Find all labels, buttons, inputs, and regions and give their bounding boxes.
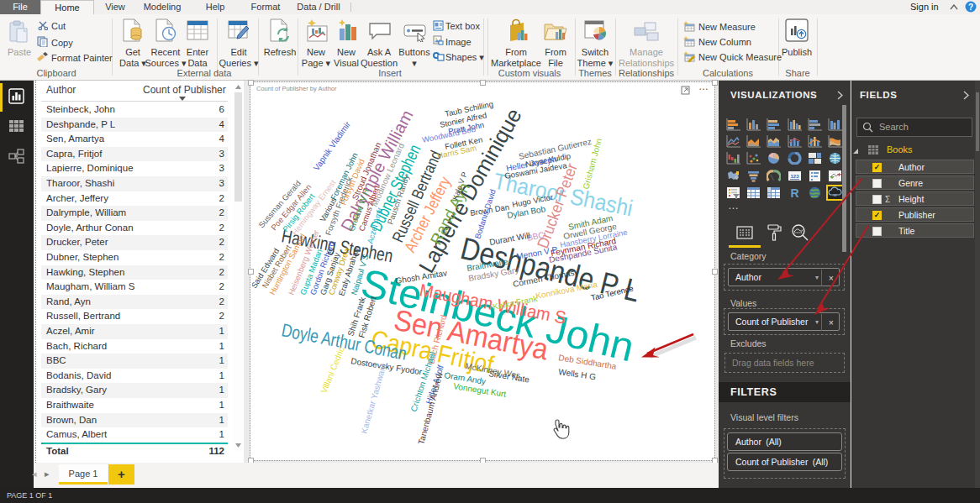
svg-text:?: ? <box>968 3 973 12</box>
svg-text:w: w <box>832 192 837 197</box>
svg-text:R: R <box>790 186 798 199</box>
svg-text:Wells H G: Wells H G <box>558 367 597 381</box>
svg-text:Villani Cedric: Villani Cedric <box>319 346 346 395</box>
svg-text:Kanetkar Yashwant: Kanetkar Yashwant <box>359 363 387 435</box>
svg-text:Silver Nate: Silver Nate <box>488 369 530 385</box>
svg-text:Doyle Arthur Conan: Doyle Arthur Conan <box>280 319 408 364</box>
svg-text:123: 123 <box>790 174 799 179</box>
